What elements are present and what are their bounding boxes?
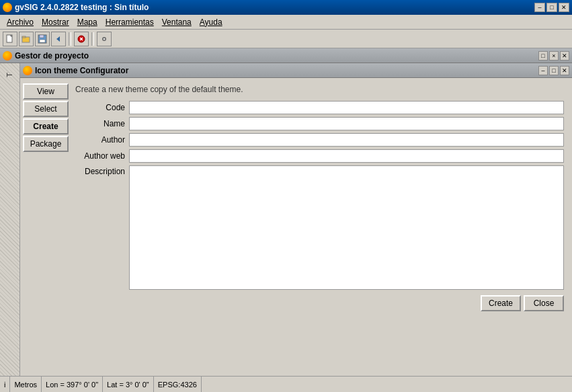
configurator-content: View Select Create Package Create a new … [20,78,572,376]
label-code: Code [75,103,129,112]
toolbar-btn-stop[interactable] [74,32,89,46]
gestor-maximize-btn[interactable]: □ [538,51,548,61]
status-metros: Metros [10,377,42,392]
gestor-title-area: Gestor de proyecto [3,51,89,61]
input-authorweb[interactable] [129,149,564,163]
svg-point-12 [104,38,106,40]
configurator-controls[interactable]: – □ ✕ [538,66,569,75]
close-button[interactable]: Close [524,295,564,311]
select-button[interactable]: Select [23,101,69,117]
label-author: Author [75,135,129,145]
svg-marker-7 [56,36,60,42]
input-description[interactable] [129,165,564,290]
view-button[interactable]: View [23,83,69,100]
label-authorweb: Author web [75,151,129,161]
status-epsg: EPSG:4326 [154,377,202,392]
status-info: i [0,377,10,392]
status-lon: Lon = 397° 0' 0" [42,377,103,392]
sidebar-buttons: View Select Create Package [23,81,70,373]
label-description: Description [75,165,129,176]
menu-ventana[interactable]: Ventana [158,16,196,28]
gestor-controls[interactable]: □ × ✕ [538,51,569,61]
minimize-button[interactable]: – [534,3,545,12]
gestor-restore-btn[interactable]: × [549,51,559,61]
maximize-button[interactable]: □ [546,3,557,12]
form-bottom-buttons: Create Close [75,295,564,311]
configurator-title-bar: Icon theme Configurator – □ ✕ [20,63,572,78]
toolbar-btn-save[interactable] [35,32,50,46]
form-row-description: Description [75,165,564,290]
title-bar-left: gvSIG 2.4.0.2822 testing : Sin título [3,3,149,12]
window-title: gvSIG 2.4.0.2822 testing : Sin título [15,3,149,12]
toolbar-btn-settings[interactable] [97,32,112,46]
configurator-icon [23,66,32,75]
menu-archivo[interactable]: Archivo [3,16,38,28]
configurator-minimize-btn[interactable]: – [538,66,548,75]
form-panel: Create a new theme copy of the default t… [70,81,569,373]
form-row-authorweb: Author web [75,149,564,163]
toolbar-btn-open[interactable] [19,32,34,46]
configurator-title-label: Icon theme Configurator [35,66,128,75]
menu-mapa[interactable]: Mapa [73,16,101,28]
svg-rect-5 [40,35,44,38]
menu-bar: Archivo Mostrar Mapa Herramientas Ventan… [0,15,572,30]
close-button[interactable]: ✕ [559,3,569,12]
toolbar-btn-back[interactable] [51,32,66,46]
configurator-title-area: Icon theme Configurator [23,66,128,75]
main-area: Gestor de proyecto □ × ✕ T Icon theme Co… [0,48,572,376]
status-bar: i Metros Lon = 397° 0' 0" Lat = 3° 0' 0"… [0,376,572,392]
form-row-code: Code [75,101,564,114]
gestor-close-btn[interactable]: ✕ [560,51,569,61]
content-area: T Icon theme Configurator – □ ✕ [0,63,572,376]
toolbar-separator-2 [91,32,94,46]
gestor-bar: Gestor de proyecto □ × ✕ [0,48,572,63]
menu-mostrar[interactable]: Mostrar [38,16,73,28]
left-panel-label: T [3,70,16,80]
input-name[interactable] [129,117,564,130]
gestor-icon [3,51,12,61]
toolbar [0,30,572,48]
configurator-close-btn[interactable]: ✕ [560,66,569,75]
label-name: Name [75,119,129,128]
form-row-name: Name [75,117,564,130]
status-lat: Lat = 3° 0' 0" [103,377,154,392]
configurator-maximize-btn[interactable]: □ [549,66,559,75]
input-author[interactable] [129,133,564,147]
create-submit-button[interactable]: Create [481,295,521,311]
form-header: Create a new theme copy of the default t… [75,83,564,95]
menu-herramientas[interactable]: Herramientas [101,16,158,28]
app-icon [3,3,12,12]
svg-rect-6 [40,40,45,42]
package-button[interactable]: Package [23,136,69,152]
configurator-wrapper: Icon theme Configurator – □ ✕ View Selec… [20,63,572,376]
create-button[interactable]: Create [23,118,69,134]
form-row-author: Author [75,133,564,147]
toolbar-btn-new[interactable] [3,32,17,46]
menu-ayuda[interactable]: Ayuda [196,16,227,28]
toolbar-separator [69,32,71,46]
left-panel: T [0,63,20,376]
input-code[interactable] [129,101,564,114]
svg-rect-3 [22,36,26,38]
title-bar: gvSIG 2.4.0.2822 testing : Sin título – … [0,0,572,15]
gestor-title-label: Gestor de proyecto [15,51,89,61]
window-controls[interactable]: – □ ✕ [534,3,569,12]
